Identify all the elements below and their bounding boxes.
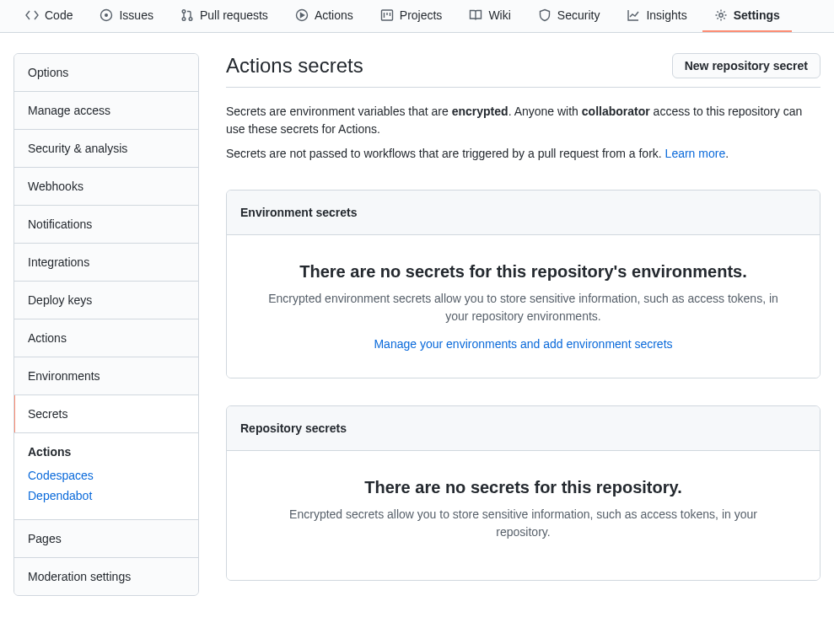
svg-point-2 bbox=[182, 10, 186, 13]
tab-insights[interactable]: Insights bbox=[615, 0, 698, 32]
tab-projects[interactable]: Projects bbox=[369, 0, 455, 32]
sidebar-item-moderation[interactable]: Moderation settings bbox=[14, 558, 198, 595]
project-icon bbox=[380, 8, 394, 22]
empty-state-description: Encrypted environment secrets allow you … bbox=[261, 290, 786, 325]
environment-secrets-panel: Environment secrets There are no secrets… bbox=[226, 190, 821, 378]
panel-title: Environment secrets bbox=[227, 191, 820, 235]
intro-text-fragment: . bbox=[725, 147, 729, 160]
tab-code[interactable]: Code bbox=[13, 0, 84, 32]
issue-icon bbox=[100, 8, 113, 22]
tab-label: Projects bbox=[400, 8, 443, 22]
tab-label: Actions bbox=[315, 8, 353, 22]
tab-label: Settings bbox=[734, 8, 780, 22]
intro-encrypted: encrypted bbox=[452, 105, 508, 118]
sidebar-item-security-analysis[interactable]: Security & analysis bbox=[14, 130, 198, 168]
intro-text-fragment: Secrets are environment variables that a… bbox=[226, 105, 452, 118]
learn-more-link[interactable]: Learn more bbox=[665, 147, 726, 160]
sidebar-sub-dependabot[interactable]: Dependabot bbox=[28, 486, 185, 506]
new-repository-secret-button[interactable]: New repository secret bbox=[672, 53, 821, 78]
sidebar-secrets-subgroup: Actions Codespaces Dependabot bbox=[14, 433, 198, 520]
page-header: Actions secrets New repository secret bbox=[226, 53, 821, 88]
tab-label: Code bbox=[45, 8, 73, 22]
manage-environments-link[interactable]: Manage your environments and add environ… bbox=[374, 337, 672, 351]
sidebar-item-actions[interactable]: Actions bbox=[14, 319, 198, 357]
tab-actions[interactable]: Actions bbox=[283, 0, 365, 32]
repository-secrets-panel: Repository secrets There are no secrets … bbox=[226, 405, 821, 581]
page-title: Actions secrets bbox=[226, 54, 363, 78]
tab-label: Issues bbox=[119, 8, 153, 22]
svg-point-1 bbox=[105, 14, 108, 17]
sidebar-sub-actions[interactable]: Actions bbox=[28, 445, 185, 459]
tab-wiki[interactable]: Wiki bbox=[457, 0, 522, 32]
intro-text-fragment: . Anyone with bbox=[508, 105, 582, 118]
sidebar-item-environments[interactable]: Environments bbox=[14, 357, 198, 395]
tab-label: Pull requests bbox=[200, 8, 268, 22]
sidebar-item-options[interactable]: Options bbox=[14, 54, 198, 92]
panel-title: Repository secrets bbox=[227, 406, 820, 451]
main-content: Actions secrets New repository secret Se… bbox=[226, 53, 821, 596]
empty-state-title: There are no secrets for this repository… bbox=[261, 262, 786, 282]
intro-collaborator: collaborator bbox=[582, 105, 650, 118]
pull-request-icon bbox=[180, 8, 194, 22]
tab-label: Security bbox=[557, 8, 600, 22]
book-icon bbox=[469, 8, 482, 22]
sidebar-sub-codespaces[interactable]: Codespaces bbox=[28, 465, 185, 486]
sidebar-item-integrations[interactable]: Integrations bbox=[14, 244, 198, 282]
sidebar-item-deploy-keys[interactable]: Deploy keys bbox=[14, 282, 198, 319]
svg-point-7 bbox=[718, 13, 722, 17]
tab-issues[interactable]: Issues bbox=[88, 0, 164, 32]
sidebar-item-notifications[interactable]: Notifications bbox=[14, 206, 198, 244]
graph-icon bbox=[627, 8, 640, 22]
code-icon bbox=[25, 8, 39, 22]
empty-state-description: Encrypted secrets allow you to store sen… bbox=[261, 506, 786, 541]
settings-sidebar: Options Manage access Security & analysi… bbox=[13, 53, 199, 596]
svg-point-4 bbox=[189, 18, 192, 21]
tab-security[interactable]: Security bbox=[526, 0, 612, 32]
tab-label: Insights bbox=[646, 8, 686, 22]
repo-tabs: Code Issues Pull requests Actions Projec… bbox=[0, 0, 834, 33]
sidebar-item-secrets[interactable]: Secrets bbox=[14, 395, 198, 433]
sidebar-item-pages[interactable]: Pages bbox=[14, 520, 198, 558]
sidebar-item-manage-access[interactable]: Manage access bbox=[14, 92, 198, 130]
intro-text-fragment: Secrets are not passed to workflows that… bbox=[226, 147, 665, 160]
play-icon bbox=[295, 8, 309, 22]
intro-text: Secrets are environment variables that a… bbox=[226, 103, 821, 163]
empty-state-title: There are no secrets for this repository… bbox=[261, 478, 786, 497]
tab-settings[interactable]: Settings bbox=[702, 0, 792, 32]
shield-icon bbox=[538, 8, 552, 22]
sidebar-item-webhooks[interactable]: Webhooks bbox=[14, 168, 198, 206]
tab-label: Wiki bbox=[488, 8, 510, 22]
svg-point-3 bbox=[182, 18, 186, 21]
tab-pull-requests[interactable]: Pull requests bbox=[169, 0, 280, 32]
gear-icon bbox=[714, 8, 728, 22]
